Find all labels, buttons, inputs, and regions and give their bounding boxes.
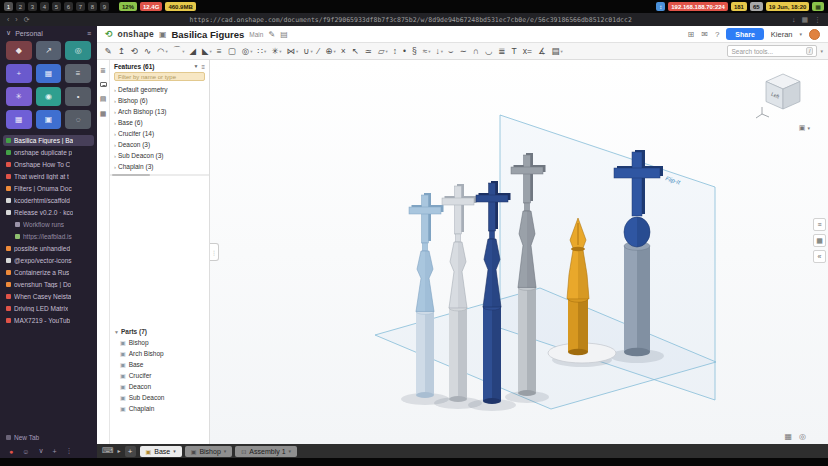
workspace-button[interactable]: 1 [4,2,13,11]
thicken-tool[interactable]: ≣ [496,44,509,59]
pinned-site-tile[interactable]: + [6,64,32,83]
new-tab-button[interactable]: New Tab [3,432,94,443]
view-options-button[interactable]: ▣ ▾ [799,124,810,132]
project-curve-tool[interactable]: ↓ ▾ [433,44,446,59]
share-button[interactable]: Share [726,28,763,40]
browser-tab-item[interactable]: @expo/vector-icons [3,255,94,266]
helix-tool[interactable]: § [409,44,420,59]
expand-chevron-icon[interactable]: › [114,142,116,148]
pinned-site-tile[interactable]: ◌ [65,110,91,129]
document-title[interactable]: Basilica Figures [171,29,244,40]
pointer-icon[interactable]: ▸ [118,448,121,454]
extensions-icon[interactable]: ▦ [801,16,808,24]
pinned-site-tile[interactable]: ▣ [36,110,62,129]
browser-menu-icon[interactable]: ⋮ [814,16,821,24]
browser-tab-item[interactable]: kcoderhtml/scaffold [3,195,94,206]
rename-icon[interactable]: ✎ [268,30,275,39]
panel-collapse-handle[interactable]: ⋮ [210,243,219,261]
variable-tool[interactable]: x= [520,44,535,59]
spline-tool[interactable]: ≈ ▾ [420,44,433,59]
workspace-button[interactable]: 4 [40,2,49,11]
workspace-button[interactable]: 5 [52,2,61,11]
browser-tab-item[interactable]: That weird light at t [3,171,94,182]
back-icon[interactable]: ‹ [7,16,9,24]
loft-tool[interactable]: ◠ ▾ [155,44,171,59]
configurations-icon[interactable]: ▤ [100,95,107,102]
sheet-metal-tool[interactable]: ▤ ▾ [549,44,565,59]
user-avatar[interactable] [809,29,820,40]
filter-icon[interactable]: ▼ [194,64,199,69]
plane-tool[interactable]: ▱ ▾ [375,44,390,59]
move-face-tool[interactable]: ↖ [349,44,362,59]
workspace-button[interactable]: 2 [16,2,25,11]
expand-chevron-icon[interactable]: › [114,98,116,104]
feature-item[interactable]: › Base (6) [110,117,209,128]
search-tools-input[interactable]: Search tools... / [727,45,817,57]
versions-icon[interactable]: ▤ [280,30,288,39]
horizontal-scrollbar[interactable] [110,174,209,176]
pinned-site-tile[interactable]: ◆ [6,41,32,60]
delete-face-tool[interactable]: × [338,44,349,59]
tab-caret-icon[interactable]: ▾ [173,448,176,454]
mirror-tool[interactable]: ⋈ ▾ [284,44,301,59]
forward-icon[interactable]: › [15,16,17,24]
sketch-tool[interactable]: ✎ [102,44,115,59]
profile-icon[interactable]: ☺ [22,448,29,455]
browser-tab-item[interactable]: Filters | Onuma Doc [3,183,94,194]
browser-tab-item[interactable]: Driving LED Matrix [3,303,94,314]
tab-assembly-1[interactable]: ⊡ Assembly 1 ▾ [235,446,297,457]
overflow-icon[interactable]: ⋮ [66,447,73,455]
point-tool[interactable]: • [400,44,409,59]
help-icon[interactable]: ? [715,30,719,39]
composite-curve-tool[interactable]: ∼ [457,44,470,59]
sidebar-menu-icon[interactable]: ≡ [87,30,91,37]
measure-tool[interactable]: ∡ [535,44,549,59]
part-item[interactable]: ▣ Deacon [110,381,209,392]
pinned-site-tile[interactable]: ◎ [65,41,91,60]
selection-panel-button[interactable]: ≡ [813,218,826,231]
feature-item[interactable]: › Chaplain (3) [110,161,209,172]
pinned-site-tile[interactable]: ✳ [6,87,32,106]
pinned-site-tile[interactable]: ↗ [36,41,62,60]
url-text[interactable]: https://cad.onshape.com/documents/f9f290… [37,16,785,24]
workspace-button[interactable]: 6 [64,2,73,11]
appearance-panel-button[interactable]: ▦ [813,234,826,247]
apps-grid-icon[interactable]: ⊞ [687,30,694,39]
add-icon[interactable]: + [53,448,57,455]
scrollbar-thumb[interactable] [112,174,150,176]
user-name[interactable]: Kieran [771,30,793,39]
custom-tables-icon[interactable]: ▦ [100,110,107,117]
tab-caret-icon[interactable]: ▾ [224,448,227,454]
modify-fillet-tool[interactable]: ◡ [482,44,495,59]
pinned-site-tile[interactable]: ▦ [6,110,32,129]
onshape-logo-icon[interactable]: ⟲ [105,29,113,39]
browser-tab-item[interactable]: Onshape How To C [3,159,94,170]
pinned-site-tile[interactable]: ≡ [65,64,91,83]
expand-chevron-icon[interactable]: › [114,120,116,126]
origin-toggle-icon[interactable]: ◎ [799,432,806,441]
shell-tool[interactable]: ▢ [225,44,239,59]
tab-bishop[interactable]: ▣ Bishop ▾ [185,446,233,457]
circular-pattern-tool[interactable]: ✳ ▾ [269,44,284,59]
pinned-site-tile[interactable]: ◉ [36,87,62,106]
browser-tab-item[interactable]: possible unhandled [3,243,94,254]
part-item[interactable]: ▣ Bishop [110,337,209,348]
workspace-button[interactable]: 3 [28,2,37,11]
intersect-tool[interactable]: ∩ [470,44,482,59]
browser-tab-item[interactable]: Basilica Figures | Ba [3,135,94,146]
revolve-tool[interactable]: ⟲ [128,44,141,59]
browser-tab-item[interactable]: onshape duplicate p [3,147,94,158]
feature-list-icon[interactable]: ≣ [100,67,106,74]
expand-chevron-icon[interactable]: › [114,109,116,115]
user-caret-icon[interactable]: ▾ [799,31,802,37]
expand-chevron-icon[interactable]: › [114,153,116,159]
feature-item[interactable]: › Arch Bishop (13) [110,106,209,117]
rib-tool[interactable]: ≡ [214,44,225,59]
sweep-tool[interactable]: ∿ [141,44,154,59]
draft-tool[interactable]: ◣ ▾ [200,44,215,59]
part-item[interactable]: ▣ Arch Bishop [110,348,209,359]
parts-section-header[interactable]: ▼ Parts (7) [110,326,209,337]
downloads-icon[interactable]: ∨ [38,447,43,455]
3d-viewport[interactable]: Flip-It Left [210,60,828,444]
part-bishop-orange[interactable] [567,218,589,355]
